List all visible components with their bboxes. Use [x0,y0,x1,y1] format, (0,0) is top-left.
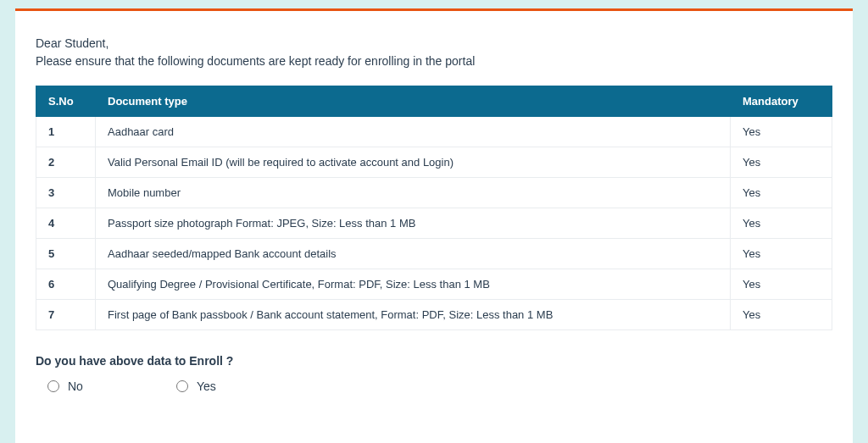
instruction-card: Dear Student, Please ensure that the fol… [15,8,853,443]
radio-yes-label: Yes [197,379,216,393]
header-doctype: Document type [96,86,731,117]
cell-doctype: Aadhaar card [96,117,731,147]
cell-sno: 1 [36,117,96,147]
cell-mandatory: Yes [731,239,832,269]
radio-no-input[interactable] [47,380,59,392]
salutation: Dear Student, [36,36,108,50]
cell-mandatory: Yes [731,147,832,178]
cell-sno: 5 [36,239,96,269]
cell-mandatory: Yes [731,178,832,208]
enroll-question: Do you have above data to Enroll ? [36,354,832,368]
cell-sno: 2 [36,147,96,178]
cell-sno: 4 [36,208,96,239]
intro-text: Dear Student, Please ensure that the fol… [36,35,832,70]
radio-option-no[interactable]: No [47,379,83,393]
cell-doctype: Mobile number [96,178,731,208]
cell-mandatory: Yes [731,269,832,300]
table-row: 3 Mobile number Yes [36,178,832,208]
cell-mandatory: Yes [731,300,832,330]
cell-doctype: First page of Bank passbook / Bank accou… [96,300,731,330]
table-row: 7 First page of Bank passbook / Bank acc… [36,300,832,330]
cell-sno: 7 [36,300,96,330]
radio-no-label: No [68,379,83,393]
cell-doctype: Aadhaar seeded/mapped Bank account detai… [96,239,731,269]
table-row: 1 Aadhaar card Yes [36,117,832,147]
instruction-line: Please ensure that the following documen… [36,54,475,68]
radio-option-yes[interactable]: Yes [176,379,216,393]
documents-table: S.No Document type Mandatory 1 Aadhaar c… [36,86,832,330]
enroll-radio-group: No Yes [36,379,832,393]
table-row: 4 Passport size photograph Format: JPEG,… [36,208,832,239]
cell-sno: 6 [36,269,96,300]
table-row: 6 Qualifying Degree / Provisional Certif… [36,269,832,300]
cell-doctype: Qualifying Degree / Provisional Certific… [96,269,731,300]
cell-mandatory: Yes [731,208,832,239]
table-row: 5 Aadhaar seeded/mapped Bank account det… [36,239,832,269]
cell-doctype: Passport size photograph Format: JPEG, S… [96,208,731,239]
cell-mandatory: Yes [731,117,832,147]
radio-yes-input[interactable] [176,380,188,392]
cell-doctype: Valid Personal Email ID (will be require… [96,147,731,178]
table-row: 2 Valid Personal Email ID (will be requi… [36,147,832,178]
header-mandatory: Mandatory [731,86,832,117]
cell-sno: 3 [36,178,96,208]
header-sno: S.No [36,86,96,117]
